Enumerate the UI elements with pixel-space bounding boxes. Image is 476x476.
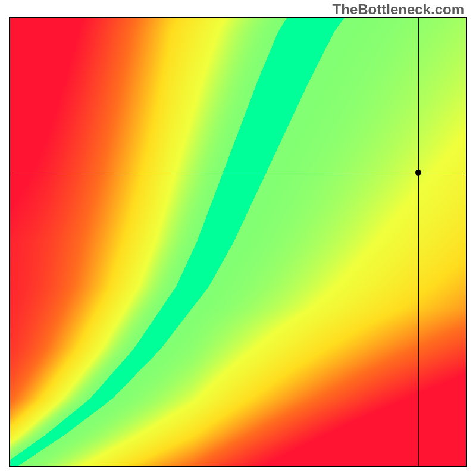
crosshair-marker	[415, 170, 421, 176]
plot-border	[9, 17, 467, 467]
crosshair-horizontal	[10, 173, 466, 173]
chart-container: TheBottleneck.com	[0, 0, 476, 476]
crosshair-vertical	[418, 18, 419, 466]
watermark-text: TheBottleneck.com	[333, 1, 464, 18]
